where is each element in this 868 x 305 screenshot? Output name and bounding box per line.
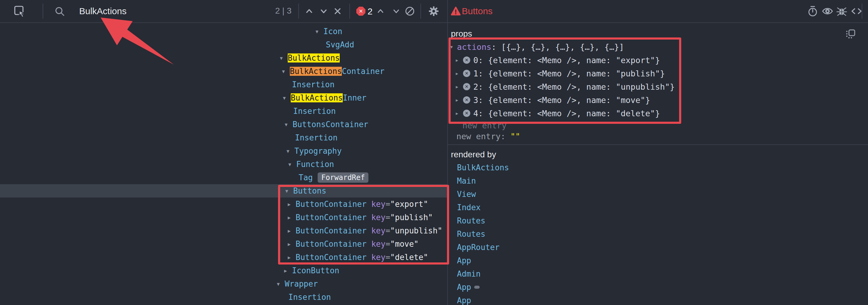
rendered-by-item[interactable]: View xyxy=(448,188,868,201)
search-input[interactable] xyxy=(79,4,248,18)
component-name: Insertion xyxy=(295,133,338,142)
props-array-entry-row[interactable]: ▸✕3: {element: <Memo />, name: "move"} xyxy=(448,93,868,107)
tree-row[interactable]: ▸ButtonContainer key="delete" xyxy=(0,251,447,264)
tree-expand-arrow-icon[interactable]: ▾ xyxy=(285,121,292,128)
details-panel: props ▾actions: [{…}, {…}, {…}, {…}, {…}… xyxy=(448,23,868,305)
tree-expand-arrow-icon[interactable]: ▾ xyxy=(288,161,296,168)
tree-row[interactable]: ▸IconButton xyxy=(0,264,447,277)
tree-expand-arrow-icon[interactable]: ▾ xyxy=(285,188,293,194)
component-name: Typography xyxy=(294,146,342,156)
settings-button[interactable] xyxy=(427,5,440,18)
component-name: ButtonContainer xyxy=(296,239,367,248)
tree-row[interactable]: ▾Buttons xyxy=(0,184,447,198)
search-next-button[interactable] xyxy=(318,5,330,18)
props-array-entry-row[interactable]: ▸✕0: {element: <Memo />, name: "export"} xyxy=(448,54,868,67)
inspect-element-button[interactable] xyxy=(12,4,27,19)
component-name: BulkActions xyxy=(290,67,342,76)
tree-expand-arrow-icon[interactable]: ▸ xyxy=(288,214,296,221)
error-prev-button[interactable] xyxy=(375,5,386,18)
new-entry-label: new entry xyxy=(456,132,500,141)
copy-props-button[interactable] xyxy=(844,28,857,40)
tree-row[interactable]: TagForwardRef xyxy=(0,171,447,184)
tree-row[interactable]: Insertion xyxy=(0,291,447,304)
tree-expand-arrow-icon[interactable]: ▾ xyxy=(286,148,294,154)
spacer xyxy=(367,253,371,262)
tree-row[interactable]: Insertion xyxy=(0,131,447,144)
rendered-by-item[interactable]: App xyxy=(448,294,868,305)
tree-expand-arrow-icon[interactable]: ▸ xyxy=(284,267,292,274)
inspect-element-icon xyxy=(13,5,26,18)
tree-row[interactable]: ▾BulkActions xyxy=(0,51,447,65)
tree-row[interactable]: ▾Icon xyxy=(0,25,447,38)
tree-row[interactable]: ▾Function xyxy=(0,158,447,171)
tree-expand-arrow-icon[interactable]: ▾ xyxy=(280,55,288,61)
rendered-by-section-label: rendered by xyxy=(451,150,496,160)
rendered-by-item[interactable]: Routes xyxy=(448,214,868,227)
entry-value: 4: {element: <Memo />, name: "delete"} xyxy=(473,109,660,118)
suspend-toggle-button[interactable] xyxy=(806,5,819,18)
rendered-by-item[interactable]: Main xyxy=(448,174,868,188)
rendered-by-item[interactable]: BulkActions xyxy=(448,161,868,174)
props-array-entry-row[interactable]: ▸✕1: {element: <Memo />, name: "publish"… xyxy=(448,67,868,80)
tree-row[interactable]: SvgAdd xyxy=(0,38,447,51)
debug-log-button[interactable] xyxy=(835,5,848,18)
delete-entry-button[interactable]: ✕ xyxy=(463,96,470,104)
component-name: Function xyxy=(296,160,334,169)
search-clear-button[interactable] xyxy=(332,5,344,18)
search-prev-button[interactable] xyxy=(303,5,315,18)
prop-expand-arrow-icon[interactable]: ▸ xyxy=(456,84,462,90)
block-icon xyxy=(404,6,415,18)
rendered-by-item[interactable]: Admin xyxy=(448,267,868,280)
props-new-entry-row[interactable]: new entry: "" xyxy=(448,131,868,142)
error-next-button[interactable] xyxy=(391,5,402,18)
delete-entry-button[interactable]: ✕ xyxy=(463,57,470,64)
array-new-entry-row[interactable]: new entry xyxy=(448,120,868,131)
view-source-button[interactable] xyxy=(850,5,863,18)
tree-expand-arrow-icon[interactable]: ▾ xyxy=(315,28,323,35)
root-badge xyxy=(474,286,479,289)
tree-row[interactable]: ▾ButtonsContainer xyxy=(0,118,447,131)
tree-expand-arrow-icon[interactable]: ▾ xyxy=(282,68,290,75)
tree-expand-arrow-icon[interactable]: ▾ xyxy=(277,280,285,287)
tree-row[interactable]: Insertion xyxy=(0,104,447,118)
error-count: 2 xyxy=(368,6,373,16)
prop-expand-arrow-icon[interactable]: ▾ xyxy=(450,44,457,50)
rendered-by-item[interactable]: AppRouter xyxy=(448,241,868,254)
prop-expand-arrow-icon[interactable]: ▸ xyxy=(456,71,462,76)
prop-expand-arrow-icon[interactable]: ▸ xyxy=(456,110,462,116)
key-attribute-equals: = xyxy=(385,213,390,222)
prop-expand-arrow-icon[interactable]: ▸ xyxy=(456,57,462,63)
key-attribute-value: "export" xyxy=(390,200,428,209)
tree-row[interactable]: ▾Wrapper xyxy=(0,277,447,291)
tree-row[interactable]: ▾BulkActionsContainer xyxy=(0,65,447,78)
props-array-entry-row[interactable]: ▸✕2: {element: <Memo />, name: "unpublis… xyxy=(448,80,868,93)
tree-row[interactable]: ▸ButtonContainer key="publish" xyxy=(0,211,447,224)
delete-entry-button[interactable]: ✕ xyxy=(463,110,470,117)
tree-row[interactable]: Insertion xyxy=(0,78,447,91)
dismiss-errors-button[interactable] xyxy=(404,5,416,18)
tree-row[interactable]: ▾BulkActionsInner xyxy=(0,91,447,104)
tree-expand-arrow-icon[interactable]: ▸ xyxy=(288,241,296,247)
tree-expand-arrow-icon[interactable]: ▾ xyxy=(283,95,291,101)
props-array-entry-row[interactable]: ▸✕4: {element: <Memo />, name: "delete"} xyxy=(448,107,868,120)
tree-row[interactable]: ▸ButtonContainer key="move" xyxy=(0,237,447,251)
tree-row[interactable]: ▾Typography xyxy=(0,144,447,158)
inspect-dom-button[interactable] xyxy=(821,5,834,18)
rendered-by-item[interactable]: App xyxy=(448,280,868,294)
tree-row[interactable]: ▸ButtonContainer key="export" xyxy=(0,198,447,211)
delete-entry-button[interactable]: ✕ xyxy=(463,70,470,77)
delete-entry-button[interactable]: ✕ xyxy=(463,83,470,90)
eye-icon xyxy=(822,5,834,18)
prop-expand-arrow-icon[interactable]: ▸ xyxy=(456,97,462,103)
stopwatch-icon xyxy=(807,5,818,18)
rendered-by-item[interactable]: Routes xyxy=(448,227,868,241)
tree-expand-arrow-icon[interactable]: ▸ xyxy=(288,227,296,234)
tree-expand-arrow-icon[interactable]: ▸ xyxy=(288,254,296,261)
rendered-by-item[interactable]: App xyxy=(448,254,868,267)
tree-row[interactable]: ▸ButtonContainer key="unpublish" xyxy=(0,224,447,237)
props-actions-row[interactable]: ▾actions: [{…}, {…}, {…}, {…}, {…}] xyxy=(448,40,868,54)
new-entry-value[interactable]: "" xyxy=(510,132,521,141)
tree-expand-arrow-icon[interactable]: ▸ xyxy=(288,201,296,207)
rendered-by-item[interactable]: Index xyxy=(448,201,868,214)
entry-value: 2: {element: <Memo />, name: "unpublish"… xyxy=(473,82,675,92)
